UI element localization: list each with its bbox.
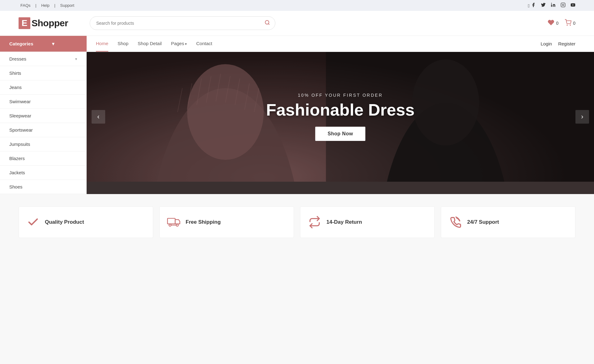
hero-title: Fashionable Dress	[266, 101, 415, 119]
nav-home[interactable]: Home	[96, 36, 108, 52]
main-layout: Dresses ▾ Shirts Jeans Swimwear Sleepwea…	[0, 52, 594, 194]
sidebar-item-blazers[interactable]: Blazers	[0, 151, 86, 166]
svg-point-0	[551, 3, 552, 4]
shop-now-button[interactable]: Shop Now	[315, 127, 365, 141]
nav-shop-detail[interactable]: Shop Detail	[138, 36, 162, 52]
nav-links: Home Shop Shop Detail Pages Contact	[87, 36, 540, 52]
check-icon	[26, 216, 40, 228]
categories-chevron-icon: ▾	[52, 41, 54, 47]
sidebar: Dresses ▾ Shirts Jeans Swimwear Sleepwea…	[0, 52, 87, 194]
nav-shop[interactable]: Shop	[118, 36, 128, 52]
shipping-label: Free Shipping	[186, 219, 221, 225]
quality-label: Quality Product	[45, 219, 84, 225]
categories-label: Categories	[9, 41, 33, 46]
logo-letter: E	[19, 17, 30, 29]
support-link[interactable]: Support	[60, 3, 75, 8]
chevron-down-icon: ▾	[75, 57, 77, 61]
login-link[interactable]: Login	[540, 41, 552, 46]
support-label: 24/7 Support	[467, 219, 499, 225]
sidebar-item-sportswear[interactable]: Sportswear	[0, 123, 86, 137]
heart-icon	[548, 19, 554, 28]
cart-count: 0	[573, 21, 575, 26]
svg-point-6	[570, 25, 571, 25]
svg-marker-24	[175, 220, 180, 224]
sidebar-item-jeans[interactable]: Jeans	[0, 80, 86, 95]
instagram-icon[interactable]	[561, 2, 566, 8]
hero-banner: 10% OFF YOUR FIRST ORDER Fashionable Dre…	[87, 52, 594, 182]
nav-pages[interactable]: Pages	[171, 36, 187, 52]
cart-button[interactable]: 0	[565, 19, 575, 28]
feature-return: 14-Day Return	[300, 206, 435, 238]
sidebar-item-shirts[interactable]: Shirts	[0, 66, 86, 80]
search-bar	[90, 16, 275, 30]
top-bar-social: 	[528, 2, 575, 8]
svg-point-5	[567, 25, 568, 25]
sidebar-item-label: Shoes	[9, 184, 23, 189]
sidebar-item-label: Blazers	[9, 156, 25, 161]
hero-content: 10% OFF YOUR FIRST ORDER Fashionable Dre…	[266, 93, 415, 141]
faq-link[interactable]: FAQs	[20, 3, 31, 8]
feature-support: 24/7 Support	[441, 206, 575, 238]
cart-icon	[565, 19, 571, 28]
sidebar-item-dresses[interactable]: Dresses ▾	[0, 52, 86, 66]
search-input[interactable]	[90, 18, 260, 29]
nav-contact[interactable]: Contact	[196, 36, 212, 52]
top-bar: FAQs | Help | Support 	[0, 0, 594, 11]
phone-icon	[449, 216, 462, 228]
facebook-icon[interactable]: 	[528, 2, 536, 8]
feature-quality: Quality Product	[19, 206, 153, 238]
youtube-icon[interactable]	[570, 2, 575, 8]
sidebar-item-jumpsuits[interactable]: Jumpsuits	[0, 137, 86, 151]
header: E Shopper 0 0	[0, 11, 594, 36]
categories-button[interactable]: Categories ▾	[0, 36, 87, 52]
svg-point-4	[265, 20, 269, 24]
features-section: Quality Product Free Shipping 14-Day Ret…	[0, 194, 594, 250]
nav-bar: Categories ▾ Home Shop Shop Detail Pages…	[0, 36, 594, 52]
sidebar-item-label: Jeans	[9, 85, 22, 90]
sidebar-item-label: Shirts	[9, 70, 21, 76]
sidebar-item-label: Jackets	[9, 170, 25, 175]
return-label: 14-Day Return	[326, 219, 362, 225]
separator-1: |	[35, 3, 37, 8]
nav-right: Login Register	[540, 36, 594, 52]
hero-next-button[interactable]: ›	[575, 110, 589, 124]
svg-rect-1	[561, 3, 565, 7]
linkedin-icon[interactable]	[551, 2, 556, 8]
logo-name: Shopper	[32, 18, 68, 28]
sidebar-item-label: Swimwear	[9, 99, 31, 104]
separator-2: |	[54, 3, 57, 8]
svg-rect-23	[167, 218, 175, 224]
hero-section: 10% OFF YOUR FIRST ORDER Fashionable Dre…	[87, 52, 594, 194]
wishlist-count: 0	[556, 21, 558, 26]
hero-prev-button[interactable]: ‹	[92, 110, 105, 124]
sidebar-item-label: Jumpsuits	[9, 142, 30, 147]
wishlist-button[interactable]: 0	[548, 19, 558, 28]
hero-subtitle: 10% OFF YOUR FIRST ORDER	[266, 93, 415, 98]
search-button[interactable]	[260, 17, 275, 30]
sidebar-item-sleepwear[interactable]: Sleepwear	[0, 109, 86, 123]
truck-icon	[167, 216, 181, 228]
logo[interactable]: E Shopper	[19, 17, 80, 29]
sidebar-item-swimwear[interactable]: Swimwear	[0, 95, 86, 109]
sidebar-item-label: Sportswear	[9, 127, 33, 133]
sidebar-item-label: Dresses	[9, 56, 26, 61]
help-link[interactable]: Help	[41, 3, 50, 8]
sidebar-item-jackets[interactable]: Jackets	[0, 166, 86, 180]
twitter-icon[interactable]	[541, 2, 546, 8]
register-link[interactable]: Register	[558, 41, 575, 46]
header-actions: 0 0	[548, 19, 575, 28]
sidebar-item-label: Sleepwear	[9, 113, 31, 118]
top-bar-links: FAQs | Help | Support	[19, 3, 76, 8]
sidebar-item-shoes[interactable]: Shoes	[0, 180, 86, 194]
return-icon	[308, 216, 321, 228]
feature-shipping: Free Shipping	[159, 206, 294, 238]
